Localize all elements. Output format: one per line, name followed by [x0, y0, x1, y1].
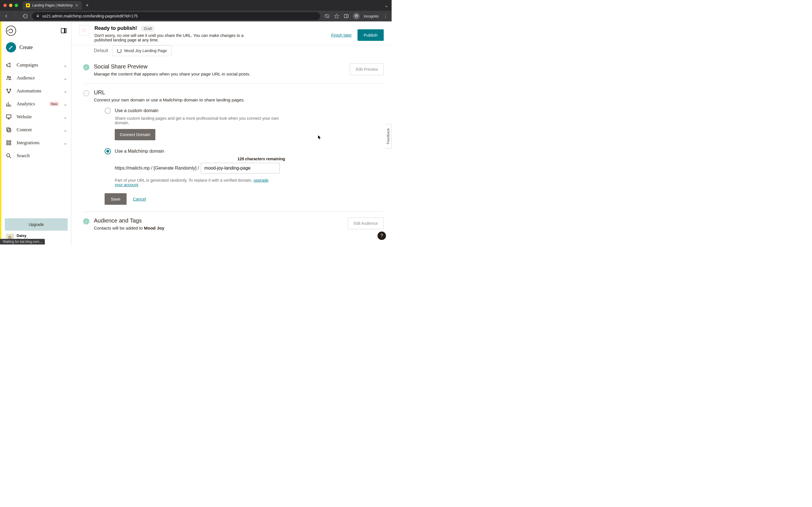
new-badge: New [49, 102, 59, 106]
sidebar-item-integrations[interactable]: Integrations ⌄ [1, 136, 71, 149]
check-done-icon: ✓ [83, 64, 89, 70]
upgrade-note: Part of your URL is generated randomly. … [115, 178, 275, 187]
nav-label: Campaigns [17, 62, 59, 68]
lock-icon [36, 14, 40, 18]
connect-domain-button[interactable]: Connect Domain [115, 129, 155, 140]
nav-label: Website [17, 114, 59, 120]
section-audience: ✓ Audience and Tags Contacts will be add… [83, 212, 384, 237]
browser-url-bar: us21.admin.mailchimp.com/landing-pages/e… [0, 11, 392, 21]
branch-icon [5, 88, 12, 94]
incognito-label: Incognito [364, 14, 378, 18]
svg-rect-14 [7, 128, 10, 131]
tabs-overflow-icon[interactable]: ⌄ [385, 3, 388, 8]
minimize-window-icon[interactable] [9, 4, 12, 7]
svg-point-5 [357, 16, 358, 17]
bookmark-star-icon[interactable] [334, 13, 340, 18]
url-subtext: Connect your own domain or use a Mailchi… [94, 98, 384, 103]
finish-later-link[interactable]: Finish later [331, 33, 352, 38]
cancel-link[interactable]: Cancel [133, 196, 146, 202]
new-tab-button[interactable]: + [86, 3, 89, 8]
sidebar-item-website[interactable]: Website ⌄ [1, 110, 71, 123]
chars-remaining: 129 characters remaining [105, 157, 285, 161]
publish-button[interactable]: Publish [357, 29, 384, 41]
sidebar-item-analytics[interactable]: Analytics New ⌄ [1, 98, 71, 110]
svg-rect-16 [7, 141, 8, 143]
url-title: URL [94, 89, 384, 96]
sidebar-item-campaigns[interactable]: Campaigns ⌄ [1, 59, 71, 71]
chevron-down-icon: ⌄ [63, 62, 67, 68]
svg-point-20 [7, 154, 10, 157]
topbar-title: Ready to publish! [94, 25, 137, 31]
collapse-sidebar-icon[interactable] [61, 28, 66, 33]
audience-subtext: Contacts will be added to Mood Joy [94, 226, 343, 231]
help-button[interactable]: ? [377, 231, 386, 240]
close-window-icon[interactable] [3, 4, 7, 7]
radio-mailchimp-domain[interactable] [105, 148, 111, 154]
back-button[interactable] [3, 13, 9, 18]
browser-tab[interactable]: ✱ Landing Pages | Mailchimp ✕ [22, 1, 82, 10]
sidebar-item-audience[interactable]: Audience ⌄ [1, 71, 71, 84]
section-social-share: ✓ Social Share Preview Manage the conten… [83, 58, 384, 83]
svg-rect-15 [8, 129, 11, 132]
svg-point-10 [7, 89, 8, 90]
nav-label: Automations [17, 88, 59, 94]
template-preview-name: Mood Joy Landing Page [124, 48, 167, 53]
forward-button[interactable] [13, 13, 18, 18]
spinner-icon [117, 48, 121, 53]
template-default-label: Default [94, 48, 108, 53]
sidebar: Create Campaigns ⌄ Audience ⌄ Automation… [1, 21, 71, 244]
close-tab-icon[interactable]: ✕ [75, 3, 79, 8]
reload-button[interactable] [22, 13, 28, 18]
nav-label: Analytics [17, 101, 45, 107]
favicon-icon: ✱ [26, 3, 30, 7]
pencil-icon [6, 42, 16, 52]
topbar-subtext: Don't worry, no one will see it until yo… [94, 33, 258, 42]
svg-point-11 [10, 89, 11, 90]
sidebar-item-content[interactable]: Content ⌄ [1, 123, 71, 136]
maximize-window-icon[interactable] [15, 4, 18, 7]
main-content: ♡ Ready to publish! Draft Don't worry, n… [71, 21, 392, 244]
eye-off-icon[interactable] [324, 13, 330, 19]
sidebar-item-search[interactable]: Search [1, 149, 71, 162]
svg-point-4 [355, 16, 356, 17]
create-button[interactable]: Create [1, 40, 71, 59]
browser-menu-icon[interactable]: ⋮ [383, 13, 388, 19]
search-icon [5, 153, 12, 159]
slug-input[interactable] [201, 163, 280, 173]
incognito-avatar-icon[interactable] [353, 13, 360, 19]
browser-tab-strip: ✱ Landing Pages | Mailchimp ✕ + ⌄ [0, 0, 392, 11]
radio-custom-domain[interactable] [105, 108, 111, 114]
svg-rect-2 [344, 14, 348, 18]
template-preview-chip[interactable]: Mood Joy Landing Page [112, 45, 172, 56]
feedback-tab[interactable]: Feedback [385, 124, 392, 149]
edit-audience-button[interactable]: Edit Audience [348, 217, 384, 229]
upgrade-button[interactable]: Upgrade [5, 218, 68, 231]
domain-prefix: https://mailchi.mp / [Generate Randomly]… [115, 166, 199, 171]
sidebar-item-automations[interactable]: Automations ⌄ [1, 84, 71, 98]
address-bar[interactable]: us21.admin.mailchimp.com/landing-pages/e… [32, 12, 320, 20]
nav-label: Audience [17, 75, 59, 81]
check-empty-icon: ✓ [83, 90, 89, 96]
upgrade-label: Upgrade [29, 222, 44, 227]
radio-mc-label: Use a Mailchimp domain [115, 149, 164, 154]
audience-sub-pre: Contacts will be added to [94, 226, 144, 230]
megaphone-icon [5, 62, 12, 68]
draft-badge: Draft [141, 25, 154, 32]
monitor-icon [5, 114, 12, 120]
svg-line-21 [10, 157, 11, 158]
nav-label: Content [17, 127, 59, 133]
svg-rect-17 [9, 141, 11, 143]
audience-name: Mood Joy [144, 226, 164, 230]
window-controls [3, 4, 18, 7]
audience-title: Audience and Tags [94, 217, 343, 224]
save-button[interactable]: Save [105, 193, 126, 205]
custom-domain-help: Share custom landing pages and get a mor… [115, 116, 285, 125]
chevron-down-icon: ⌄ [63, 101, 67, 107]
mailchimp-logo-icon[interactable] [6, 25, 16, 36]
create-label: Create [19, 45, 33, 50]
panel-icon[interactable] [343, 13, 349, 18]
grid-icon [5, 140, 12, 146]
edit-preview-button[interactable]: Edit Preview [350, 63, 384, 75]
social-subtext: Manage the content that appears when you… [94, 71, 345, 76]
chevron-down-icon: ⌄ [63, 114, 67, 120]
